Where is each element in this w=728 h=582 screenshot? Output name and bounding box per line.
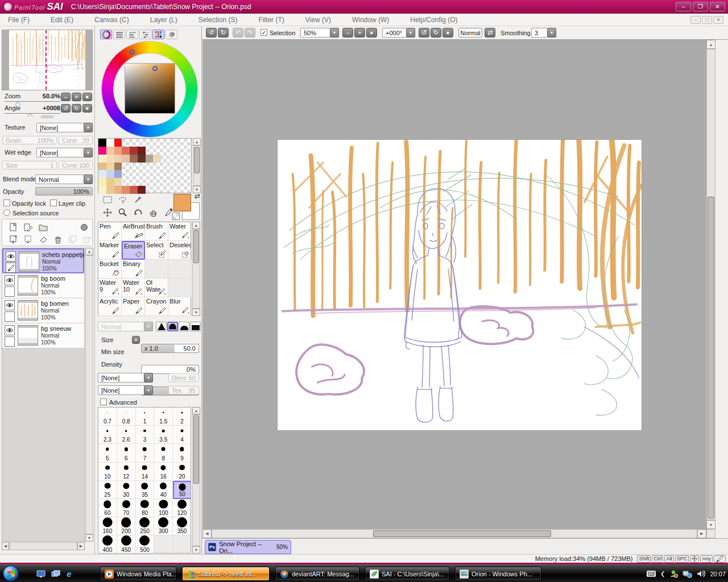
layer-visibility-toggle[interactable] — [5, 325, 15, 335]
keyboard-tray-icon[interactable] — [647, 571, 656, 577]
hsv-slider-mode-button[interactable] — [126, 30, 138, 39]
rotate-ccw-button[interactable]: ↺ — [61, 104, 71, 113]
switch-windows-icon[interactable] — [50, 568, 61, 579]
chevron-down-icon[interactable]: ▼ — [84, 123, 93, 132]
mdi-close-button[interactable]: ✕ — [713, 16, 723, 24]
tools-scroll-up[interactable]: ▲ — [192, 222, 200, 229]
rotate-cw-button[interactable]: ↻ — [72, 104, 81, 113]
tools-scrollbar[interactable] — [192, 229, 200, 309]
zoom-out-button[interactable]: – — [61, 93, 71, 101]
brush-size-2[interactable]: 2 — [173, 408, 191, 426]
brush-size-12[interactable]: 12 — [117, 463, 136, 481]
color-swatch[interactable] — [130, 186, 138, 194]
navigator-zoom-slider[interactable] — [5, 101, 60, 102]
layer-indicator-empty[interactable] — [5, 311, 15, 322]
color-swatch[interactable] — [114, 155, 122, 163]
layer-visibility-toggle[interactable] — [5, 275, 15, 285]
opacity-slider[interactable]: 100% — [35, 187, 93, 196]
brush-size-16[interactable]: 16 — [154, 463, 173, 481]
color-swatch[interactable] — [122, 155, 130, 163]
mixer-mode-button[interactable] — [139, 30, 151, 39]
canvas-rotate-ccw-button[interactable]: ↺ — [419, 28, 429, 38]
layers-scrollbar[interactable] — [85, 255, 93, 534]
tool-marker[interactable]: Marker — [98, 241, 122, 260]
taskbar-task-2[interactable]: Sabrina -> heeft int... — [182, 567, 270, 581]
canvas-zoom-reset-button[interactable]: ■ — [366, 28, 377, 38]
magic-wand-tool[interactable] — [131, 194, 145, 205]
brush-shape-flat-round-button[interactable] — [179, 322, 189, 331]
navigator-angle-slider-handle[interactable] — [27, 114, 33, 118]
color-swatch[interactable] — [122, 147, 130, 155]
canvas-zoom-dropdown[interactable]: 50%▼ — [300, 28, 339, 38]
brush-size-0-7[interactable]: 0.7 — [98, 408, 117, 426]
hue-marker[interactable] — [130, 49, 135, 55]
color-swatch[interactable] — [106, 163, 114, 171]
color-swatch[interactable] — [130, 147, 138, 155]
layers-scroll-down[interactable]: ▼ — [85, 534, 93, 542]
tool-water-10[interactable]: Water 10 — [122, 278, 145, 297]
brush-size-50[interactable]: 50 — [173, 481, 191, 499]
color-swatch[interactable] — [98, 147, 106, 155]
lasso-tool[interactable] — [115, 194, 130, 205]
start-button[interactable] — [3, 566, 19, 581]
color-swatch[interactable] — [114, 139, 122, 147]
redo-button[interactable]: ↻ — [218, 28, 229, 38]
selection-checkbox[interactable]: ✓ — [260, 29, 267, 36]
brush-size-120[interactable]: 120 — [173, 499, 191, 517]
menu-item-layer[interactable]: Layer (L) — [150, 16, 177, 24]
menu-item-window[interactable]: Window (W) — [352, 16, 389, 24]
tool-blur[interactable]: Blur — [168, 297, 192, 316]
canvas-view-normal-button[interactable]: Normal — [458, 28, 482, 38]
hand-tool[interactable] — [146, 207, 160, 218]
tool-deselect[interactable]: Deselect — [168, 241, 192, 260]
brush-shape-spike-button[interactable] — [156, 322, 167, 331]
brush-size-250[interactable]: 250 — [136, 517, 155, 535]
color-swatch[interactable] — [114, 178, 122, 186]
chevron-down-icon[interactable]: ▼ — [144, 322, 153, 331]
brush-size-25[interactable]: 25 — [98, 481, 117, 499]
clear-layer-button[interactable] — [38, 234, 49, 246]
brush-size-160[interactable]: 160 — [98, 517, 117, 535]
tool-binary[interactable]: Binary — [122, 260, 145, 278]
color-swatch[interactable] — [106, 178, 114, 186]
brush-size-10[interactable]: 10 — [98, 463, 117, 481]
canvas-hscroll-thumb[interactable] — [373, 530, 551, 537]
color-swatch[interactable] — [114, 147, 122, 155]
rect-select-tool[interactable] — [100, 194, 114, 205]
brush-size-400[interactable]: 400 — [98, 535, 117, 554]
new-layer-button[interactable] — [8, 222, 19, 233]
mdi-maximize-button[interactable]: □ — [702, 16, 712, 24]
menu-item-file[interactable]: File (F) — [8, 16, 30, 24]
taskbar-task-3[interactable]: deviantART: Messag... — [275, 567, 359, 581]
canvas-vscroll-thumb[interactable] — [708, 197, 714, 518]
brush-size-1[interactable]: 1 — [136, 408, 155, 426]
transparency-toggle[interactable] — [172, 213, 180, 220]
color-swatch[interactable] — [146, 155, 154, 163]
zoom-reset-button[interactable]: ■ — [82, 93, 92, 101]
brush-shape-round-button[interactable] — [167, 322, 178, 331]
color-swatch[interactable] — [98, 163, 106, 171]
layers-scroll-left[interactable]: ◀ — [2, 542, 9, 550]
brush-size-2-3[interactable]: 2.3 — [98, 426, 117, 444]
brush-size-40[interactable]: 40 — [154, 481, 173, 499]
merge-down-button[interactable] — [23, 234, 34, 246]
color-swatch[interactable] — [98, 178, 106, 186]
brush-size-70[interactable]: 70 — [117, 499, 136, 517]
mdi-minimize-button[interactable]: – — [690, 16, 701, 24]
canvas-rotate-reset-button[interactable]: ■ — [442, 28, 453, 38]
menu-item-view[interactable]: View (V) — [305, 16, 331, 24]
color-wheel-mode-button[interactable] — [100, 30, 112, 39]
layer-visibility-toggle[interactable] — [6, 251, 16, 261]
chevron-down-icon[interactable]: ▼ — [406, 28, 415, 38]
color-swatch[interactable] — [138, 155, 146, 163]
canvas-angle-dropdown[interactable]: +000°▼ — [382, 28, 415, 38]
brush-size-350[interactable]: 350 — [173, 517, 191, 535]
menu-item-helpconfig[interactable]: Help/Config (O) — [410, 16, 457, 24]
tool-paper[interactable]: Paper — [122, 297, 145, 316]
primary-color-swatch[interactable] — [173, 194, 191, 211]
brush-size-30[interactable]: 30 — [117, 481, 136, 499]
clip-group-button[interactable] — [82, 234, 93, 246]
brush-size-5[interactable]: 5 — [98, 444, 117, 462]
brush-size-500[interactable]: 500 — [136, 535, 155, 554]
swatches-scroll-up[interactable]: ▲ — [193, 138, 201, 146]
